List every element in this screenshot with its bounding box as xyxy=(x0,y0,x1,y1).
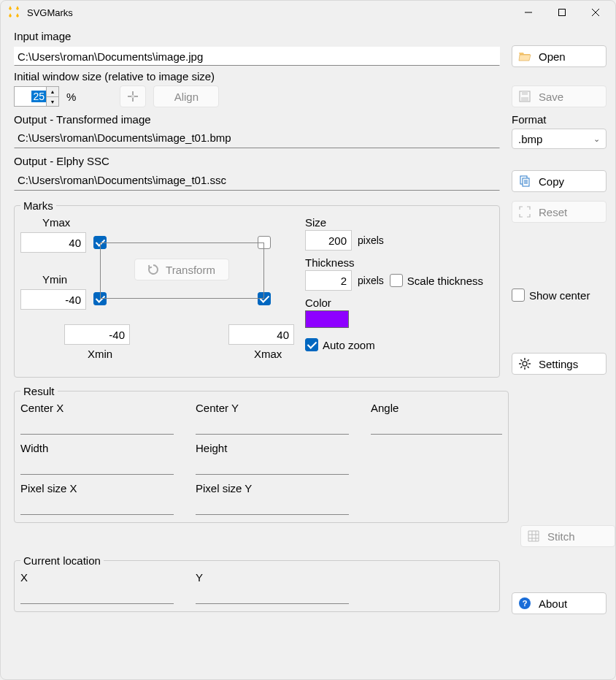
auto-zoom-checkbox[interactable] xyxy=(305,338,318,351)
svg-text:?: ? xyxy=(523,599,528,608)
initial-window-label: Initial window size (relative to image s… xyxy=(14,69,500,84)
output-ssc-path: C:\Users\roman\Documents\image_t01.ssc xyxy=(14,172,500,191)
svg-point-13 xyxy=(523,362,527,366)
pixel-size-y-value xyxy=(196,496,349,515)
format-select[interactable]: .bmp ⌄ xyxy=(512,129,607,149)
initial-window-unit: % xyxy=(66,91,76,103)
transform-button[interactable]: Transform xyxy=(134,259,229,280)
size-input[interactable] xyxy=(305,230,352,251)
scale-thickness-checkbox[interactable] xyxy=(390,274,403,287)
titlebar: SVGMarks xyxy=(1,1,615,24)
svg-rect-6 xyxy=(522,91,528,95)
loc-x-value xyxy=(20,585,174,604)
svg-line-19 xyxy=(528,367,529,368)
pixel-size-x-label: Pixel size X xyxy=(20,482,174,494)
copy-button[interactable]: Copy xyxy=(512,170,607,192)
output-transformed-label: Output - Transformed image xyxy=(14,112,500,127)
svg-rect-7 xyxy=(521,97,528,101)
svg-line-21 xyxy=(520,367,522,368)
center-x-value xyxy=(20,416,174,435)
gear-icon xyxy=(518,357,531,370)
reset-button[interactable]: Reset xyxy=(512,201,607,223)
xmax-input[interactable] xyxy=(228,324,294,345)
auto-zoom-label: Auto zoom xyxy=(323,339,375,351)
xmin-input[interactable] xyxy=(64,324,130,345)
color-label: Color xyxy=(305,297,493,309)
open-button[interactable]: Open xyxy=(512,45,607,67)
spin-down-icon[interactable]: ▼ xyxy=(46,96,59,107)
marks-legend: Marks xyxy=(20,199,56,212)
thickness-label: Thickness xyxy=(305,256,493,269)
svg-line-20 xyxy=(528,359,529,361)
copy-button-label: Copy xyxy=(539,175,564,188)
loc-x-label: X xyxy=(20,571,174,584)
align-icon-button[interactable] xyxy=(120,85,146,107)
expand-icon xyxy=(518,205,531,218)
result-group: Result Center X Center Y Angle xyxy=(14,385,509,523)
help-icon: ? xyxy=(518,597,531,610)
settings-button-label: Settings xyxy=(539,358,578,370)
chevron-down-icon: ⌄ xyxy=(593,134,600,144)
initial-window-size-input[interactable]: 25 ▲ ▼ xyxy=(14,86,59,107)
result-legend: Result xyxy=(20,385,58,397)
input-image-path[interactable] xyxy=(14,47,500,66)
reset-button-label: Reset xyxy=(539,206,567,218)
show-center-checkbox[interactable] xyxy=(512,289,525,302)
height-value xyxy=(196,456,349,475)
width-value xyxy=(20,456,174,475)
ymin-input[interactable] xyxy=(20,289,86,310)
align-button-label: Align xyxy=(174,91,199,103)
ymax-label: Ymax xyxy=(42,216,70,229)
show-center-label: Show center xyxy=(529,289,590,302)
pixel-size-x-value xyxy=(20,496,174,515)
window-title: SVGMarks xyxy=(27,7,73,18)
svg-rect-1 xyxy=(559,9,566,16)
folder-open-icon xyxy=(518,50,531,63)
transform-button-label: Transform xyxy=(166,264,215,276)
svg-rect-4 xyxy=(131,95,134,98)
copy-icon xyxy=(518,175,531,188)
align-button[interactable]: Align xyxy=(153,85,219,107)
maximize-button[interactable] xyxy=(545,1,579,24)
width-label: Width xyxy=(20,442,174,454)
spin-up-icon[interactable]: ▲ xyxy=(46,86,59,96)
settings-button[interactable]: Settings xyxy=(512,353,607,375)
pixel-size-y-label: Pixel size Y xyxy=(196,482,349,494)
scale-thickness-label: Scale thickness xyxy=(407,275,483,287)
show-center-row: Show center xyxy=(512,289,607,302)
size-label: Size xyxy=(305,216,493,229)
svg-line-18 xyxy=(520,359,522,361)
ymin-label: Ymin xyxy=(42,273,67,286)
grid-icon xyxy=(527,530,540,543)
center-x-label: Center X xyxy=(20,402,174,414)
open-button-label: Open xyxy=(539,50,566,63)
output-ssc-label: Output - Elphy SSC xyxy=(14,153,500,169)
thickness-input[interactable] xyxy=(305,270,352,291)
about-button[interactable]: ? About xyxy=(512,592,607,614)
output-transformed-path: C:\Users\roman\Documents\image_t01.bmp xyxy=(14,129,500,148)
color-swatch[interactable] xyxy=(305,310,349,328)
marks-group: Marks Ymax Ymin xyxy=(14,199,500,378)
loc-y-label: Y xyxy=(196,571,349,584)
current-location-legend: Current location xyxy=(20,554,104,567)
format-value: .bmp xyxy=(518,133,542,145)
input-image-label: Input image xyxy=(14,28,500,44)
loc-y-value xyxy=(196,585,349,604)
center-y-value xyxy=(196,416,349,435)
stitch-button-label: Stitch xyxy=(547,530,575,543)
minimize-button[interactable] xyxy=(512,1,545,24)
ymax-input[interactable] xyxy=(20,232,86,253)
angle-label: Angle xyxy=(371,402,502,414)
app-logo-icon xyxy=(7,5,21,20)
about-button-label: About xyxy=(539,597,567,610)
close-button[interactable] xyxy=(579,1,612,24)
app-window: SVGMarks Input image Open xyxy=(0,0,616,680)
format-label: Format xyxy=(512,112,607,127)
stitch-button[interactable]: Stitch xyxy=(520,525,615,547)
center-y-label: Center Y xyxy=(196,402,349,414)
save-button[interactable]: Save xyxy=(512,85,607,107)
thickness-unit: pixels xyxy=(358,275,384,286)
height-label: Height xyxy=(196,442,349,454)
refresh-icon xyxy=(147,263,160,276)
save-icon xyxy=(518,90,531,103)
